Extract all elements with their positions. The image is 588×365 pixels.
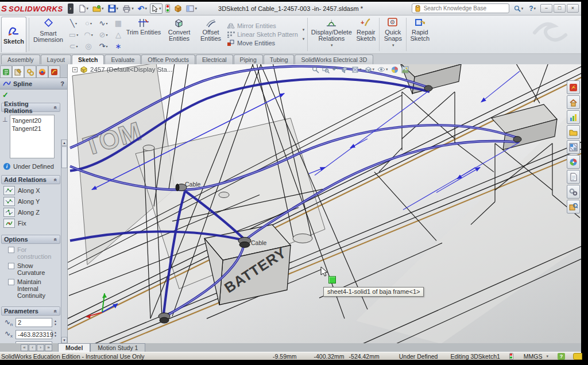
tab-tubing[interactable]: Tubing xyxy=(264,55,295,64)
dropdown-icon[interactable]: ▾ xyxy=(102,6,104,11)
graphics-viewport[interactable]: TOM xyxy=(68,64,581,343)
zoom-fit-button[interactable] xyxy=(312,66,319,73)
arc-tool-button[interactable]: ◠▾ xyxy=(81,29,96,40)
repair-sketch-button[interactable]: + Repair Sketch xyxy=(354,15,378,53)
spline-point-number-field[interactable]: 2 xyxy=(16,318,52,327)
point-tool-button[interactable]: ◎ xyxy=(81,40,96,52)
slot-tool-button[interactable]: ⊂▾ xyxy=(66,40,81,52)
dropdown-icon[interactable]: ▾ xyxy=(87,6,89,11)
display-delete-relations-button[interactable]: ⊥ Display/Delete Relations ▾ xyxy=(309,15,354,53)
menu-expand-arrow[interactable]: › xyxy=(68,3,74,14)
existing-relations-list[interactable]: Tangent20 Tangent21 xyxy=(10,115,55,158)
checkbox-icon[interactable] xyxy=(8,263,14,269)
dropdown-icon[interactable]: ▾ xyxy=(106,44,107,48)
library-chart-button[interactable] xyxy=(567,110,580,124)
dropdown-icon[interactable]: ▾ xyxy=(131,6,134,11)
property-manager-tab[interactable] xyxy=(12,65,24,77)
dropdown-icon[interactable]: ▾ xyxy=(195,6,197,11)
search-submit-button[interactable]: ▾ xyxy=(513,5,525,13)
panel-help-icon[interactable]: ? xyxy=(60,80,64,87)
convert-entities-button[interactable]: Convert Entities xyxy=(161,15,197,53)
appearance-button[interactable] xyxy=(173,4,183,13)
dropdown-icon[interactable]: ▾ xyxy=(75,21,77,25)
view-orientation-button[interactable]: ▾ xyxy=(351,66,362,73)
tab-piping[interactable]: Piping xyxy=(234,55,263,64)
tab-sketch[interactable]: Sketch xyxy=(72,55,104,64)
section-view-button[interactable] xyxy=(341,66,349,73)
tree-expander-icon[interactable]: + xyxy=(72,67,78,72)
feature-manager-tab[interactable] xyxy=(0,65,12,77)
ellipse-tool-button[interactable]: ⊘▾ xyxy=(96,29,111,40)
tab-electrical[interactable]: Electrical xyxy=(196,55,233,64)
dropdown-icon[interactable]: ▾ xyxy=(76,33,78,37)
dropdown-icon[interactable]: ▾ xyxy=(533,6,536,11)
display-manager-tab[interactable] xyxy=(48,65,60,77)
model-tab[interactable]: Model xyxy=(58,343,90,352)
new-document-button[interactable]: ▾ xyxy=(77,4,90,13)
along-z-button[interactable]: Along Z xyxy=(3,208,60,217)
viewport-canvas[interactable]: TOM xyxy=(68,64,581,343)
minimize-button[interactable]: − xyxy=(540,4,552,13)
spin-down-icon[interactable]: ▼ xyxy=(54,323,57,326)
print-button[interactable]: ▾ xyxy=(121,4,135,13)
dropdown-icon[interactable]: ▾ xyxy=(392,42,394,48)
fix-button[interactable]: Fix xyxy=(3,219,60,228)
fillet-tool-button[interactable]: ↷▾ xyxy=(96,40,111,52)
dropdown-icon[interactable]: ▾ xyxy=(331,42,333,48)
for-construction-checkbox[interactable]: For construction xyxy=(8,246,60,260)
parameters-header[interactable]: Parameters « xyxy=(1,306,60,316)
smart-dimension-button[interactable]: Smart Dimension xyxy=(30,15,66,53)
dropdown-icon[interactable]: ▾ xyxy=(117,6,119,11)
dropdown-icon[interactable]: ▾ xyxy=(521,6,524,11)
tools-button[interactable] xyxy=(567,185,580,199)
help-button[interactable]: ? ▾ xyxy=(528,4,537,13)
spinner-control[interactable]: ▲▼ xyxy=(54,331,57,337)
first-tab-button[interactable]: « xyxy=(21,344,28,351)
view-palette-button[interactable] xyxy=(567,140,580,154)
quick-snaps-button[interactable]: Quick Snaps ▾ xyxy=(381,15,405,53)
search-box[interactable] xyxy=(412,3,509,13)
collapse-chevron-icon[interactable]: « xyxy=(53,238,59,241)
spinner-control[interactable]: ▲▼ xyxy=(54,320,57,326)
dropdown-icon[interactable]: ▾ xyxy=(373,67,375,72)
tab-solidworks-electrical-3d[interactable]: SolidWorks Electrical 3D xyxy=(295,55,373,64)
along-x-button[interactable]: Along X xyxy=(3,186,60,195)
add-relations-header[interactable]: Add Relations « xyxy=(1,175,60,184)
undo-button[interactable]: ↶ ▾ xyxy=(137,3,148,14)
zoom-area-button[interactable] xyxy=(322,66,330,73)
options-button[interactable]: ▾ xyxy=(185,5,198,13)
star-tool-button[interactable]: ∗ xyxy=(111,40,126,52)
display-style-button[interactable]: ▾ xyxy=(365,66,375,73)
dropdown-icon[interactable]: ▾ xyxy=(90,21,92,25)
dropdown-icon[interactable]: ▾ xyxy=(159,6,161,11)
tab-office-products[interactable]: Office Products xyxy=(141,55,195,64)
feature-tree-overlay[interactable]: + 2457 (Default<Display Sta... xyxy=(72,66,173,73)
select-tool-button[interactable]: ▾ xyxy=(150,3,163,14)
mirror-entities-button[interactable]: Mirror Entities xyxy=(227,22,298,29)
appearances-scenes-button[interactable] xyxy=(567,155,580,169)
tab-evaluate[interactable]: Evaluate xyxy=(105,55,141,64)
last-tab-button[interactable]: » xyxy=(45,344,52,351)
solidworks-resources-button[interactable] xyxy=(567,80,580,94)
linear-sketch-pattern-button[interactable]: Linear Sketch Pattern xyxy=(227,31,298,38)
show-curvature-checkbox[interactable]: Show Curvature xyxy=(8,262,60,276)
polygon-tool-button[interactable]: △ xyxy=(111,29,126,40)
spin-up-icon[interactable]: ▲ xyxy=(54,343,57,343)
scroll-down-button[interactable]: ▼ xyxy=(61,337,67,343)
file-explorer-button[interactable] xyxy=(567,125,580,139)
spin-down-icon[interactable]: ▼ xyxy=(54,335,57,337)
custom-properties-button[interactable] xyxy=(567,170,580,184)
spin-up-icon[interactable]: ▲ xyxy=(54,320,57,323)
tree-root-label[interactable]: 2457 (Default<Display Sta... xyxy=(90,66,173,73)
configuration-manager-tab[interactable] xyxy=(24,65,36,77)
tab-layout[interactable]: Layout xyxy=(41,55,72,64)
relation-item[interactable]: Tangent21 xyxy=(12,125,52,133)
scroll-up-button[interactable]: ▲ xyxy=(61,139,67,146)
sketch-pattern-tool-button[interactable]: ▦ xyxy=(111,17,126,29)
move-entities-button[interactable]: Move Entities xyxy=(227,40,298,46)
spinner-control[interactable]: ▲▼ xyxy=(54,343,57,343)
circle-tool-button[interactable]: ○▾ xyxy=(81,17,96,29)
collapse-chevron-icon[interactable]: « xyxy=(53,178,59,181)
x-coordinate-field[interactable]: -463.823319 xyxy=(16,330,52,339)
status-traffic-light-icon[interactable] xyxy=(509,353,513,360)
